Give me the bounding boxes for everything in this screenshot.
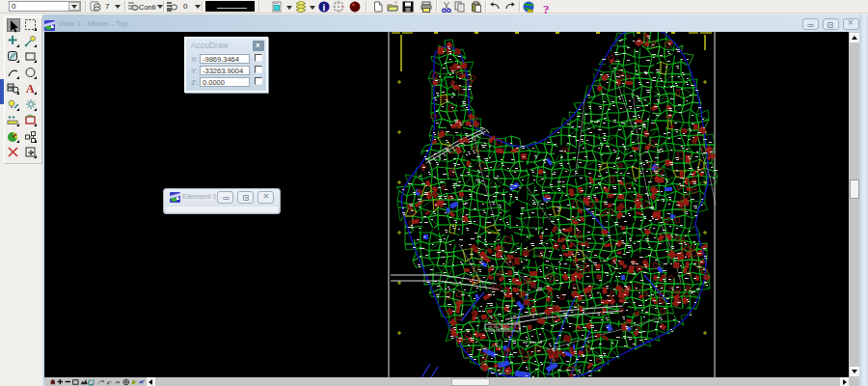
svg-text:A: A xyxy=(26,82,35,96)
svg-text:i: i xyxy=(323,2,326,13)
